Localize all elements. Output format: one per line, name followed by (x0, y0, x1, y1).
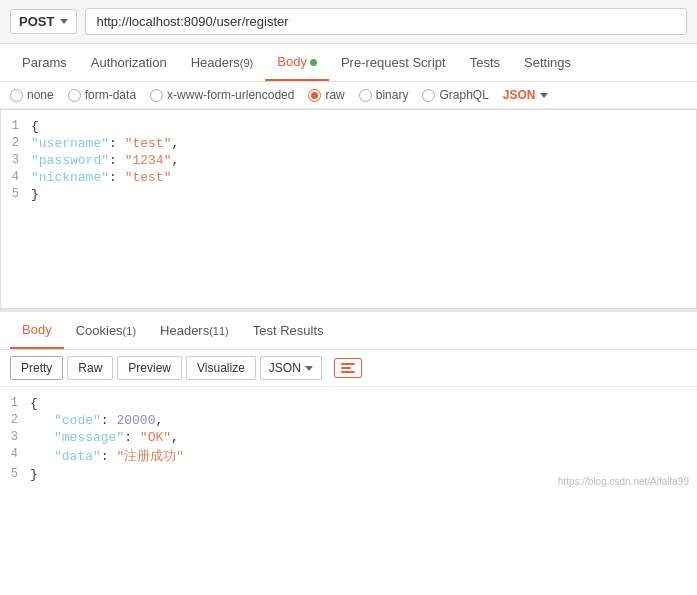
tab-settings[interactable]: Settings (512, 45, 583, 80)
body-type-row: none form-data x-www-form-urlencoded raw… (0, 82, 697, 109)
wrap-lines-icon[interactable] (334, 358, 362, 378)
tab-body[interactable]: Body (265, 44, 329, 81)
tab-authorization[interactable]: Authorization (79, 45, 179, 80)
fmt-visualize-btn[interactable]: Visualize (186, 356, 256, 380)
resp-tab-cookies[interactable]: Cookies(1) (64, 313, 148, 348)
resp-json-chevron-icon (305, 366, 313, 371)
tab-params[interactable]: Params (10, 45, 79, 80)
fmt-preview-btn[interactable]: Preview (117, 356, 182, 380)
request-tabs: Params Authorization Headers(9) Body Pre… (0, 44, 697, 82)
json-chevron-icon (540, 93, 548, 98)
radio-circle-graphql (422, 89, 435, 102)
radio-raw[interactable]: raw (308, 88, 344, 102)
req-line-4: 4 "nickname": "test" (1, 169, 696, 186)
radio-circle-none (10, 89, 23, 102)
radio-circle-binary (359, 89, 372, 102)
fmt-pretty-btn[interactable]: Pretty (10, 356, 63, 380)
radio-urlencoded[interactable]: x-www-form-urlencoded (150, 88, 294, 102)
url-bar: POST (0, 0, 697, 44)
json-type-select[interactable]: JSON (503, 88, 548, 102)
req-line-3: 3 "password": "1234", (1, 152, 696, 169)
response-section: Body Cookies(1) Headers(11) Test Results… (0, 312, 697, 491)
response-tabs: Body Cookies(1) Headers(11) Test Results (0, 312, 697, 350)
url-input[interactable] (85, 8, 687, 35)
tab-tests[interactable]: Tests (458, 45, 512, 80)
radio-form-data[interactable]: form-data (68, 88, 136, 102)
req-line-5: 5 } (1, 186, 696, 203)
method-label: POST (19, 14, 54, 29)
request-code-editor[interactable]: 1 { 2 "username": "test", 3 "password": … (0, 109, 697, 309)
watermark: https://blog.csdn.net/Alfalfa99 (558, 476, 689, 487)
radio-circle-urlencoded (150, 89, 163, 102)
request-section: Params Authorization Headers(9) Body Pre… (0, 44, 697, 312)
resp-line-3: 3 "message": "OK", (0, 429, 697, 446)
fmt-raw-btn[interactable]: Raw (67, 356, 113, 380)
chevron-down-icon (60, 19, 68, 24)
resp-json-dropdown[interactable]: JSON (260, 356, 322, 380)
req-line-2: 2 "username": "test", (1, 135, 696, 152)
resp-line-1: 1 { (0, 395, 697, 412)
app-container: POST Params Authorization Headers(9) Bod… (0, 0, 697, 491)
response-format-row: Pretty Raw Preview Visualize JSON (0, 350, 697, 387)
resp-line-2: 2 "code": 20000, (0, 412, 697, 429)
resp-tab-headers[interactable]: Headers(11) (148, 313, 241, 348)
radio-binary[interactable]: binary (359, 88, 409, 102)
body-active-dot (310, 59, 317, 66)
resp-tab-test-results[interactable]: Test Results (241, 313, 336, 348)
resp-tab-body[interactable]: Body (10, 312, 64, 349)
req-line-1: 1 { (1, 118, 696, 135)
radio-graphql[interactable]: GraphQL (422, 88, 488, 102)
tab-headers[interactable]: Headers(9) (179, 45, 266, 80)
radio-none[interactable]: none (10, 88, 54, 102)
radio-circle-formdata (68, 89, 81, 102)
tab-pre-request[interactable]: Pre-request Script (329, 45, 458, 80)
radio-circle-raw (308, 89, 321, 102)
resp-line-4: 4 "data": "注册成功" (0, 446, 697, 466)
method-select[interactable]: POST (10, 9, 77, 34)
